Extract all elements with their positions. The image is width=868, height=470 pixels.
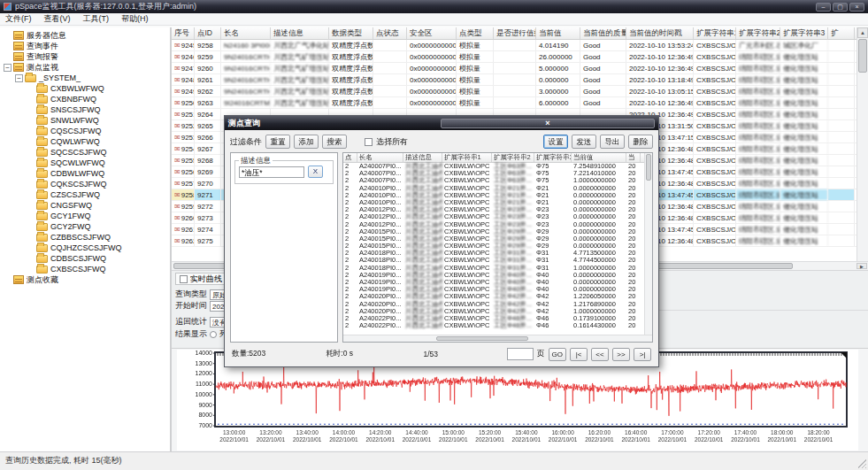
sidebar-folder-cqkscsjfwq[interactable]: CQKSCSJFWQ	[0, 179, 170, 189]
query-result-row[interactable]: 2A240020PI0...川西北工油作...CXBWLW\OPC工区Φ42井.…	[343, 293, 644, 300]
dialog-close-button[interactable]: ×	[441, 119, 655, 128]
column-header[interactable]: 安全区	[407, 27, 457, 39]
table-row[interactable]: ✉924892619N24016CRTHO...川西北气矿增压站压...双精度浮…	[172, 74, 856, 86]
column-header[interactable]: 点ID	[195, 27, 221, 39]
sidebar-node-system[interactable]: −_SYSTEM_	[0, 73, 170, 83]
sidebar-item-2[interactable]: 查询报警	[0, 51, 170, 62]
table-row[interactable]: ✉924992629N24016CRTHO...川西北气矿增压站压...双精度浮…	[172, 86, 856, 97]
query-result-row[interactable]: 2A240018PI0...川西北工油作...CXBWLW\OPC工区Φ31井.…	[343, 257, 644, 264]
column-header[interactable]: 序号	[172, 27, 195, 39]
column-header[interactable]: 扩	[828, 27, 855, 39]
query-result-row[interactable]: 2A240012PI0...川西北工油作...CXBWLW\OPC工区Φ23井.…	[343, 206, 644, 213]
column-header[interactable]: 描述信息	[271, 27, 329, 39]
prev-page-button[interactable]: <<	[591, 348, 609, 361]
dialog-horizontal-scrollbar[interactable]	[343, 335, 652, 342]
scrollbar-thumb[interactable]	[646, 154, 651, 181]
scrollbar-thumb[interactable]	[436, 336, 529, 341]
query-result-row[interactable]: 2A240019PI0...川西北工油作...CXBWLW\OPC工区Φ40井.…	[343, 286, 644, 293]
query-result-row[interactable]: 2A240010PI0...川西北工油作...CXBWLW\OPC工区Φ21井.…	[343, 199, 644, 206]
dialog-title-bar[interactable]: 测点查询 ×	[225, 116, 658, 130]
filter-clear-button[interactable]: X	[308, 166, 323, 178]
settings-button[interactable]: 设置	[543, 135, 568, 149]
close-button[interactable]: ×	[849, 3, 864, 12]
query-result-row[interactable]: 2A240020PI0...川西北工油作...CXBWLW\OPC工区Φ42井.…	[343, 308, 644, 315]
query-result-row[interactable]: 2A240007PI0...川西北工油作...CXBWLW\OPC工区Φ63井.…	[343, 163, 644, 170]
sidebar-item-1[interactable]: 查询事件	[0, 41, 170, 51]
realtime-curve-checkbox[interactable]	[180, 275, 188, 283]
query-result-row[interactable]: 2A240015PI0...川西北工油作...CXBWLW\OPC工区Φ29井.…	[343, 243, 644, 250]
query-result-row[interactable]: 2A240022PI0...川西北工油作...CXBWLW\OPC工区Φ46井.…	[343, 322, 644, 329]
column-header[interactable]: 当前值	[572, 153, 626, 162]
sidebar-folder-snwlwfwq[interactable]: SNWLWFWQ	[0, 115, 170, 126]
table-row[interactable]: ✉924792609N24016CRTHO...川西北气矿增压站压...双精度浮…	[172, 63, 856, 74]
sidebar-folder-czscsjfwq[interactable]: CZSCSJFWQ	[0, 189, 170, 200]
sidebar-folder-sqcwlwfwq[interactable]: SQCWLWFWQ	[0, 158, 170, 168]
column-header[interactable]: 当	[626, 153, 641, 162]
scroll-right-arrow-icon[interactable]: ▶	[856, 263, 867, 269]
menu-tools[interactable]: 工具(T)	[83, 13, 110, 25]
query-result-row[interactable]: 2A240007PI0...川西北工油作...CXBWLW\OPC工区Φ63井.…	[343, 170, 644, 177]
table-row[interactable]: ✉925092639I24016CRTME...川西北气矿增压站压...双精度浮…	[172, 97, 856, 109]
query-result-row[interactable]: 2A240010PI0...川西北工油作...CXBWLW\OPC工区Φ21井.…	[343, 192, 644, 199]
dialog-vertical-scrollbar[interactable]	[644, 153, 652, 335]
query-result-row[interactable]: 2A240015PI0...川西北工油作...CXBWLW\OPC工区Φ29井.…	[343, 235, 644, 243]
table-row[interactable]: ✉924692599N24016CRTHO...川西北气矿增压站压...双精度浮…	[172, 51, 856, 63]
go-button[interactable]: GO	[549, 348, 566, 361]
menu-file[interactable]: 文件(F)	[5, 13, 32, 25]
query-result-row[interactable]: 2A240022PI0...川西北工油作...CXBWLW\OPC工区Φ46井.…	[343, 315, 644, 322]
scroll-up-arrow-icon[interactable]: ▲	[857, 27, 868, 38]
sidebar-folder-cxbscsjfwq[interactable]: CXBSCSJFWQ	[0, 264, 170, 274]
delete-button[interactable]: 删除	[628, 135, 653, 149]
sidebar-folder-cdbscsjfwq[interactable]: CDBSCSJFWQ	[0, 253, 170, 264]
first-page-button[interactable]: |<	[570, 348, 588, 361]
sidebar-folder-cqscsjfwq[interactable]: CQSCSJFWQ	[0, 126, 170, 136]
table-row[interactable]: ✉92459258N24160 3PI0000...川西北广气净化站压...双精…	[172, 40, 856, 51]
sidebar-folder-cqwlwfwq[interactable]: CQWLWFWQ	[0, 136, 170, 147]
sidebar-folder-cqjhzcscsjfwq[interactable]: CQJHZCSCSJFWQ	[0, 243, 170, 253]
column-header[interactable]: 当前值的质量戳	[580, 27, 626, 39]
column-header[interactable]: 扩展字符串3	[780, 27, 828, 39]
query-result-row[interactable]: 2A240007PI0...川西北工油作...CXBWLW\OPC工区Φ63井.…	[343, 177, 644, 184]
resize-grip[interactable]	[857, 459, 866, 468]
page-number-input[interactable]	[507, 348, 534, 360]
column-header[interactable]: 长名	[357, 153, 403, 162]
column-header[interactable]: 当前值	[536, 27, 580, 39]
column-header[interactable]: 是否进行值报警	[494, 27, 536, 39]
column-header[interactable]: 描述信息	[403, 153, 442, 162]
column-header[interactable]: 扩展字符串1	[442, 153, 492, 162]
minimize-button[interactable]: –	[816, 3, 831, 12]
column-header[interactable]: 点类型	[457, 27, 494, 39]
scrollbar-thumb[interactable]	[858, 39, 867, 73]
export-button[interactable]: 导出	[600, 135, 625, 149]
last-page-button[interactable]: >|	[634, 348, 651, 361]
tree-toggle-icon[interactable]: −	[4, 64, 12, 72]
query-result-row[interactable]: 2A240010PI0...川西北工油作...CXBWLW\OPC工区Φ21井.…	[343, 185, 644, 192]
column-header[interactable]: 点	[343, 153, 357, 162]
query-result-row[interactable]: 2A240019PI0...川西北工油作...CXBWLW\OPC工区Φ40井.…	[343, 272, 644, 279]
sidebar-item-monitor[interactable]: −测点监视	[0, 62, 170, 73]
query-result-row[interactable]: 2A240018PI0...川西北工油作...CXBWLW\OPC工区Φ31井.…	[343, 265, 644, 272]
query-result-row[interactable]: 2A240018PI0...川西北工油作...CXBWLW\OPC工区Φ31井.…	[343, 250, 644, 257]
column-header[interactable]: 扩展字符串3	[534, 153, 572, 162]
column-header[interactable]: 当前值的时间戳	[626, 27, 694, 39]
sidebar-folder-gcy2fwq[interactable]: GCY2FWQ	[0, 221, 170, 232]
result-list-radio[interactable]	[210, 331, 217, 338]
select-all-checkbox[interactable]	[365, 138, 373, 146]
sidebar-folder-cdbwlwfwq[interactable]: CDBWLWFWQ	[0, 168, 170, 179]
reset-button[interactable]: 重置	[265, 135, 290, 149]
sidebar-folder-gcy1fwq[interactable]: GCY1FWQ	[0, 211, 170, 221]
column-header[interactable]: 长名	[221, 27, 271, 39]
menu-view[interactable]: 查看(V)	[44, 13, 71, 25]
points-table-vertical-scrollbar[interactable]: ▲	[856, 27, 868, 261]
query-result-row[interactable]: 2A240015PI0...川西北工油作...CXBWLW\OPC工区Φ29井.…	[343, 228, 644, 235]
sidebar-item-favorites[interactable]: 测点收藏	[0, 274, 170, 285]
sidebar-folder-cngsfwq[interactable]: CNGSFWQ	[0, 200, 170, 211]
menu-help[interactable]: 帮助(H)	[121, 13, 149, 25]
column-header[interactable]: 扩展字符串2	[736, 27, 780, 39]
tree-toggle-icon[interactable]: −	[15, 74, 23, 82]
column-header[interactable]: 数据类型	[329, 27, 373, 39]
add-button[interactable]: 添加	[294, 135, 319, 149]
sidebar-item-0[interactable]: 服务器信息	[0, 30, 170, 41]
maximize-button[interactable]: ▢	[833, 3, 848, 12]
search-button[interactable]: 搜索	[322, 135, 347, 149]
